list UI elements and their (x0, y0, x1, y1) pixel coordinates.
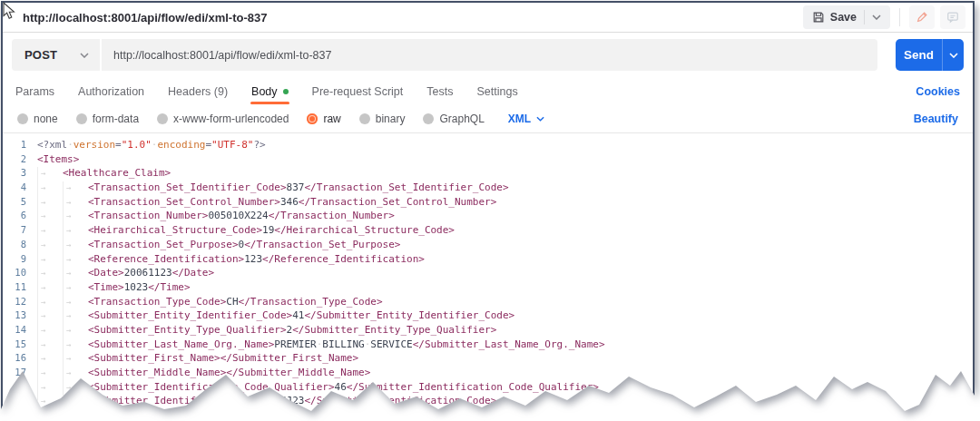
tab-label: Params (15, 85, 54, 98)
radio-circle-icon (307, 113, 318, 124)
line-number: 1 (3, 138, 37, 152)
indent-tab-marker: → (63, 338, 88, 353)
code-text: →→<Submitter_Middle_Name></Submitter_Mid… (37, 366, 370, 380)
code-line[interactable]: 7→→<Heirarchical_Structure_Code>19</Heir… (3, 223, 973, 238)
indent-tab-marker: → (63, 181, 88, 196)
tab-label: Settings (476, 85, 517, 98)
radio-label: none (34, 113, 58, 125)
indent-tab-marker: → (37, 352, 63, 367)
tab-authorization[interactable]: Authorization (78, 85, 144, 98)
code-line[interactable]: 1<?xml·version="1.0"·encoding="UTF-8"?> (3, 138, 973, 152)
indent-tab-marker: → (37, 210, 63, 224)
indent-tab-marker: → (63, 196, 88, 210)
radio-circle-icon (423, 113, 434, 124)
save-button[interactable]: Save (803, 5, 890, 29)
line-number: 10 (3, 266, 37, 280)
indent-tab-marker: → (37, 196, 63, 210)
chevron-down-icon (949, 53, 958, 58)
indent-tab-marker: → (63, 239, 88, 253)
bodytype-radio-x-www-form-urlencoded[interactable]: x-www-form-urlencoded (157, 113, 289, 125)
url-value: http://localhost:8001/api/flow/edi/xml-t… (113, 49, 331, 62)
save-options-button[interactable] (865, 15, 888, 20)
indent-tab-marker: → (63, 296, 88, 310)
send-button[interactable]: Send (896, 39, 964, 71)
code-text: →→<Submitter_Entity_Type_Qualifier>2</Su… (37, 323, 496, 338)
radio-circle-icon (17, 113, 28, 124)
code-line[interactable]: 20→→<Contact_Function_Code>IC</Contact_F… (3, 408, 973, 421)
bodytype-radio-graphql[interactable]: GraphQL (423, 113, 484, 125)
radio-label: raw (323, 113, 340, 125)
code-line[interactable]: 15→→<Submitter_Last_Name_Org._Name>PREMI… (3, 338, 973, 352)
code-line[interactable]: 6→→<Transaction_Number>005010X224</Trans… (3, 209, 973, 223)
tab-settings[interactable]: Settings (476, 85, 517, 98)
code-line[interactable]: 17→→<Submitter_Middle_Name></Submitter_M… (3, 366, 973, 380)
code-line[interactable]: 2<Items> (3, 152, 973, 167)
chevron-down-icon (80, 53, 89, 58)
beautify-link[interactable]: Beautify (914, 113, 958, 125)
code-text: →→<Transaction_Type_Code>CH</Transaction… (37, 295, 383, 309)
tab-body[interactable]: Body (251, 85, 289, 98)
send-label: Send (896, 48, 942, 62)
tab-label: Body (251, 85, 278, 98)
code-line[interactable]: 11→→<Time>1023</Time> (3, 280, 973, 295)
tab-label: Tests (426, 85, 453, 98)
comments-button[interactable] (940, 5, 965, 29)
code-line[interactable]: 4→→<Transaction_Set_Identifier_Code>837<… (3, 181, 973, 195)
code-text: →→<Heirarchical_Structure_Code>19</Heira… (37, 223, 455, 238)
body-editor[interactable]: 1<?xml·version="1.0"·encoding="UTF-8"?>2… (3, 133, 973, 421)
language-select[interactable]: XML (508, 113, 544, 125)
mouse-cursor-icon (1, 2, 17, 20)
radio-label: GraphQL (439, 113, 484, 125)
bodytype-radio-raw[interactable]: raw (307, 113, 340, 125)
bodytype-radio-binary[interactable]: binary (359, 113, 406, 125)
code-line[interactable]: 13→→<Submitter_Entity_Identifier_Code>41… (3, 308, 973, 323)
tab-tests[interactable]: Tests (426, 85, 453, 98)
request-tab-title[interactable]: http://localhost:8001/api/flow/edi/xml-t… (23, 11, 267, 24)
method-select[interactable]: POST (12, 39, 100, 71)
indent-tab-marker: → (37, 224, 63, 239)
save-label: Save (830, 11, 857, 24)
bodytype-radio-form-data[interactable]: form-data (76, 113, 139, 125)
request-bar: POST http://localhost:8001/api/flow/edi/… (3, 33, 973, 78)
code-line[interactable]: 19→→<Submitter_Identification_Code>TGJ23… (3, 394, 973, 408)
indent-tab-marker: → (63, 224, 88, 239)
indent-tab-marker: → (37, 367, 63, 381)
tab-params[interactable]: Params (15, 85, 54, 98)
code-line[interactable]: 12→→<Transaction_Type_Code>CH</Transacti… (3, 295, 973, 309)
bodytype-radio-none[interactable]: none (17, 113, 58, 125)
code-line[interactable]: 10→→<Date>20061123</Date> (3, 266, 973, 280)
code-line[interactable]: 14→→<Submitter_Entity_Type_Qualifier>2</… (3, 323, 973, 338)
edit-button[interactable] (909, 5, 935, 29)
pencil-icon (916, 11, 928, 24)
code-line[interactable]: 16→→<Submitter_First_Name></Submitter_Fi… (3, 351, 973, 366)
line-number: 7 (3, 223, 37, 238)
code-line[interactable]: 18→→<Submitter_Identification_Code_Quali… (3, 380, 973, 395)
indent-tab-marker: → (63, 210, 88, 224)
indent-tab-marker: → (63, 324, 88, 338)
code-text: →→<Contact_Function_Code>IC</Contact_Fun… (37, 408, 383, 421)
cookies-link[interactable]: Cookies (916, 85, 960, 98)
code-line[interactable]: 9→→<Reference_Identification>123</Refere… (3, 252, 973, 267)
line-number: 11 (3, 280, 37, 295)
indent-tab-marker: → (63, 352, 88, 367)
indent-tab-marker: → (63, 267, 88, 281)
line-number: 8 (3, 238, 37, 252)
code-text: →→<Submitter_Identification_Code_Qualifi… (37, 380, 599, 395)
code-text: <Items> (37, 152, 79, 167)
code-line[interactable]: 8→→<Transaction_Set_Purpose>0</Transacti… (3, 238, 973, 252)
indent-tab-marker: → (63, 309, 88, 324)
tab-headers-9[interactable]: Headers (9) (168, 85, 228, 98)
code-text: →→<Submitter_First_Name></Submitter_Firs… (37, 351, 358, 366)
code-text: →→<Transaction_Number>005010X224</Transa… (37, 209, 395, 223)
indent-tab-marker: → (37, 296, 63, 310)
tab-pre-request-script[interactable]: Pre-request Script (312, 85, 404, 98)
indent-tab-marker: → (37, 181, 63, 196)
save-icon (812, 11, 825, 24)
url-input[interactable]: http://localhost:8001/api/flow/edi/xml-t… (102, 39, 877, 71)
radio-circle-icon (359, 113, 370, 124)
send-options-button[interactable] (942, 39, 964, 71)
code-line[interactable]: 3→<Healthcare_Claim> (3, 166, 973, 181)
line-number: 20 (3, 408, 37, 421)
rest-client-window: http://localhost:8001/api/flow/edi/xml-t… (1, 1, 975, 417)
code-line[interactable]: 5→→<Transaction_Set_Control_Number>346</… (3, 195, 973, 210)
